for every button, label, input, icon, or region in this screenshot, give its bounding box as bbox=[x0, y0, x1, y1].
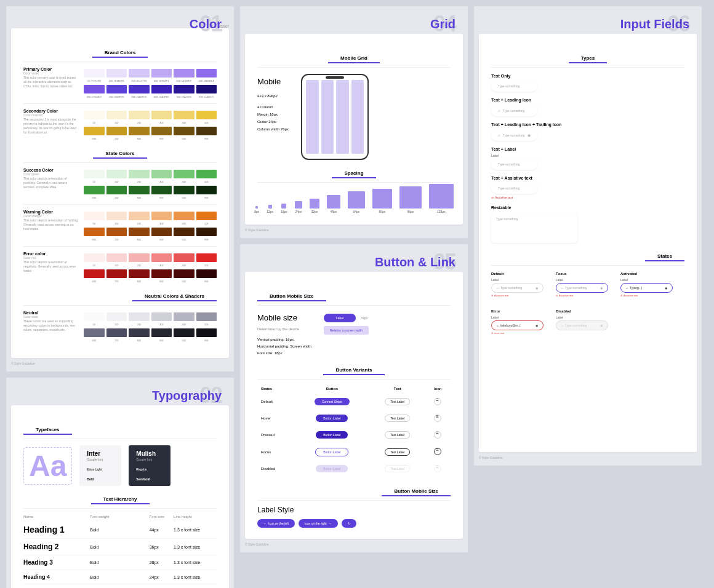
grid-specs: Mobile 414 x 896px 4 Column Margin 18px … bbox=[257, 74, 289, 160]
spacing-scale: 8px12px16px24px32px48px64px80px96px128px bbox=[257, 189, 451, 213]
input-leading-icon[interactable]: ⌕Type something bbox=[491, 105, 537, 116]
page-color: 01 Color Subcolor Brand Colors Primary C… bbox=[6, 6, 234, 371]
button-icon-left[interactable]: ← Icon on the left bbox=[257, 519, 295, 528]
footer: © Style Guideline bbox=[245, 228, 463, 232]
sample-button[interactable]: Label bbox=[324, 314, 356, 322]
eye-icon: ◉ bbox=[600, 286, 603, 290]
warning-icon: ⊘ bbox=[491, 196, 494, 199]
warning-icon: ⊘ bbox=[620, 294, 622, 297]
section-heading: Spacing bbox=[332, 170, 375, 178]
page-input: 06 Input Fields Types Text Only Type som… bbox=[474, 6, 702, 466]
font-card-inter: Inter Google font Extra Light Bold bbox=[79, 445, 121, 486]
section-heading: Button Mobile Size bbox=[257, 293, 326, 301]
search-icon: ⌕ bbox=[626, 286, 628, 290]
button-variants-table: StatesButtonTextIcon DefaultConnect Stri… bbox=[257, 383, 451, 478]
width-hint: Relative to screen width bbox=[324, 326, 369, 335]
font-card-mulish: Mulish Google font Regular Semibold bbox=[129, 445, 170, 486]
page-title: Grid bbox=[430, 17, 455, 31]
input-state-focus[interactable]: ⌕Type something◉ bbox=[556, 283, 608, 293]
section-heading: Brand Colors bbox=[92, 50, 148, 58]
section-heading: Neutral Colors & Shaders bbox=[132, 293, 217, 301]
search-icon: ⌕ bbox=[561, 286, 563, 290]
section-heading: Types bbox=[569, 55, 608, 63]
page-title: Color bbox=[190, 17, 222, 31]
section-heading: Button Variants bbox=[323, 367, 384, 375]
section-heading: Button Mobile Size bbox=[382, 488, 451, 496]
eye-icon: ◉ bbox=[527, 133, 531, 137]
input-state-disabled[interactable]: ⌕Type something◉ bbox=[556, 320, 608, 330]
footer: © Style Guideline bbox=[11, 362, 229, 365]
button-specs: Mobile size Determined by the device Ver… bbox=[257, 311, 311, 357]
input-resizable[interactable]: Type something bbox=[491, 212, 577, 243]
page-typography: 02 Typography Typefaces Aa Inter Google … bbox=[6, 378, 234, 588]
search-icon: ⌕ bbox=[498, 133, 500, 137]
search-icon: ⌕ bbox=[497, 286, 499, 290]
label-style-heading: Label Style bbox=[257, 506, 451, 514]
phone-mockup bbox=[301, 74, 369, 160]
page-title: Typography bbox=[152, 389, 222, 403]
input-with-label[interactable]: Type something bbox=[491, 159, 537, 170]
glyph-sample: Aa bbox=[23, 447, 72, 485]
input-state-error[interactable]: ⌕lukeboro@m..|◉ bbox=[491, 320, 544, 330]
input-state-activated[interactable]: ⌕Typing...|◉ bbox=[620, 283, 673, 293]
input-state-default[interactable]: ⌕Type something◉ bbox=[491, 283, 544, 293]
warning-icon: ⊘ bbox=[556, 294, 558, 297]
search-icon: ⌕ bbox=[498, 108, 500, 113]
search-icon: ⌕ bbox=[497, 324, 499, 327]
type-hierarchy-table: NameFont weightFont sizeLine height Head… bbox=[23, 512, 217, 588]
eye-icon: ◉ bbox=[536, 324, 538, 327]
section-heading: Text Hierarchy bbox=[91, 496, 150, 504]
section-heading: Typefaces bbox=[23, 427, 72, 435]
footer: © Style Guideline bbox=[479, 456, 697, 459]
section-heading: State Colors bbox=[93, 151, 146, 159]
eye-icon: ◉ bbox=[665, 286, 667, 290]
section-heading: Mobile Grid bbox=[328, 55, 380, 63]
eye-icon: ◉ bbox=[600, 324, 603, 327]
page-button: 05 Button & Link Button Mobile Size Mobi… bbox=[240, 244, 468, 552]
input-leading-trailing-icon[interactable]: ⌕Type something◉ bbox=[491, 129, 537, 141]
page-title: Input Fields bbox=[620, 17, 689, 31]
search-icon: ⌕ bbox=[561, 324, 563, 327]
input-text-only[interactable]: Type something bbox=[491, 81, 537, 92]
section-heading: States bbox=[645, 253, 684, 261]
warning-icon: ⊘ bbox=[491, 332, 493, 335]
page-title: Button & Link bbox=[375, 255, 455, 269]
warning-icon: ⊘ bbox=[491, 294, 493, 297]
input-with-assistive[interactable]: Type something bbox=[491, 183, 537, 194]
page-grid: 04 Grid Mobile Grid Mobile 414 x 896px 4… bbox=[240, 6, 468, 238]
eye-icon: ◉ bbox=[536, 286, 538, 290]
button-icon-right[interactable]: Icon on the right → bbox=[299, 519, 338, 528]
button-icon-only[interactable]: ↻ bbox=[342, 519, 356, 528]
footer: © Style Guideline bbox=[245, 542, 463, 546]
